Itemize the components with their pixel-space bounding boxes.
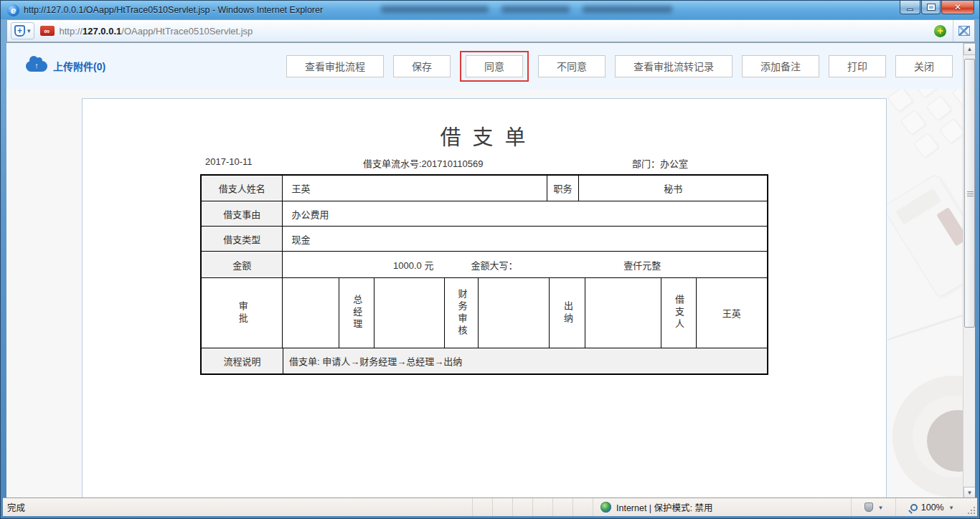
chevron-down-icon: ▾ bbox=[27, 27, 31, 34]
duty-label-cell: 职务 bbox=[547, 176, 579, 201]
type-label-cell: 借支类型 bbox=[202, 227, 282, 251]
table-row-amount: 金额 1000.0 元 金额大写： 壹仟元整 bbox=[202, 251, 767, 277]
scrollbar-grip-icon bbox=[967, 194, 974, 194]
type-value-cell: 现金 bbox=[282, 227, 767, 251]
close-page-button[interactable]: 关闭 bbox=[895, 55, 953, 77]
borrow-form-table: 借支人姓名 王英 职务 秘书 借支事由 办公费用 借支类型 现金 金额 bbox=[200, 174, 768, 375]
cashier-sign-cell bbox=[585, 278, 660, 348]
print-button[interactable]: 打印 bbox=[829, 55, 886, 77]
browser-window: e http://127.0.0.1/OAapp/HtTrace0510Serv… bbox=[0, 0, 980, 519]
borrower-label-cell: 借支人 bbox=[661, 278, 696, 348]
security-zone-segment: Internet | 保护模式: 禁用 bbox=[593, 498, 851, 516]
form-department: 部门：办公室 bbox=[632, 156, 688, 170]
upload-attachment-label: 上传附件(0) bbox=[53, 59, 105, 73]
internet-zone-globe-icon bbox=[600, 502, 611, 513]
name-value-cell: 王英 bbox=[282, 176, 546, 201]
amount-number: 1000.0 元 bbox=[283, 258, 433, 272]
name-label-cell: 借支人姓名 bbox=[202, 176, 282, 201]
address-bar: + ▾ ∞ http://127.0.0.1/OAapp/HtTrace0510… bbox=[6, 19, 975, 42]
flow-label-cell: 流程说明 bbox=[202, 348, 283, 373]
approval-label-cell: 审批 bbox=[202, 278, 282, 348]
protected-mode-segment[interactable]: ▾ bbox=[851, 498, 895, 516]
zoom-level: 100% bbox=[921, 503, 944, 513]
compatibility-view-icon bbox=[958, 26, 970, 36]
form-date: 2017-10-11 bbox=[205, 156, 253, 167]
add-note-button[interactable]: 添加备注 bbox=[742, 55, 819, 77]
view-approval-flow-record-button[interactable]: 查看审批流转记录 bbox=[615, 55, 732, 77]
url-field[interactable]: http://127.0.0.1/OAapp/HtTrace0510Servle… bbox=[60, 26, 934, 37]
cloud-upload-icon: ↑ bbox=[26, 61, 47, 72]
form-panel: 借 支 单 2017-10-11 借支单流水号:201710110569 部门：… bbox=[82, 98, 887, 499]
maximize-button[interactable] bbox=[921, 1, 941, 14]
general-manager-sign-cell bbox=[374, 278, 445, 348]
chevron-down-icon: ▾ bbox=[879, 504, 882, 511]
flow-value-cell: 借支单: 申请人→财务经理→总经理→出纳 bbox=[283, 348, 767, 373]
shield-plus-icon: + bbox=[14, 25, 25, 37]
zone-text: Internet | 保护模式: 禁用 bbox=[616, 500, 713, 514]
go-button[interactable]: + bbox=[934, 25, 946, 37]
status-text: 完成 bbox=[3, 500, 472, 514]
scrollbar-thumb[interactable] bbox=[964, 59, 975, 328]
scroll-up-button[interactable]: ▲ bbox=[963, 43, 975, 55]
general-manager-label-cell: 总经理 bbox=[339, 278, 374, 348]
save-button[interactable]: 保存 bbox=[393, 55, 451, 77]
close-icon: ✕ bbox=[954, 3, 961, 11]
site-favicon-icon: ∞ bbox=[40, 26, 55, 36]
agree-button-highlight-box: 同意 bbox=[460, 51, 529, 82]
add-favorite-button[interactable]: + ▾ bbox=[11, 22, 34, 39]
finance-audit-sign-cell bbox=[478, 278, 549, 348]
table-row-reason: 借支事由 办公费用 bbox=[202, 201, 767, 226]
url-scheme: http:// bbox=[60, 26, 83, 37]
table-row-flow: 流程说明 借支单: 申请人→财务经理→总经理→出纳 bbox=[202, 348, 767, 373]
chevron-down-icon: ▾ bbox=[950, 504, 953, 511]
status-bar: 完成 Internet | 保护模式: 禁用 ▾ 100% ▾ bbox=[3, 497, 977, 516]
reason-label-cell: 借支事由 bbox=[202, 201, 282, 226]
amount-caps-label: 金额大写： bbox=[471, 258, 517, 272]
table-row-type: 借支类型 现金 bbox=[202, 226, 767, 251]
form-serial-number: 借支单流水号:201710110569 bbox=[363, 156, 483, 170]
url-domain: 127.0.0.1 bbox=[83, 26, 121, 37]
minimize-button[interactable] bbox=[900, 1, 920, 14]
magnifier-icon bbox=[910, 504, 918, 511]
ie-logo-icon: e bbox=[7, 4, 19, 16]
page-viewport: ↑ 上传附件(0) 查看审批流程 保存 同意 不同意 查看审批流转记录 添加备注… bbox=[6, 42, 975, 499]
finance-audit-label-cell: 财务审核 bbox=[444, 278, 478, 348]
disagree-button[interactable]: 不同意 bbox=[538, 55, 606, 77]
resize-grip[interactable] bbox=[967, 498, 977, 516]
security-shield-icon bbox=[864, 503, 873, 512]
upload-attachment-link[interactable]: ↑ 上传附件(0) bbox=[26, 59, 105, 73]
vertical-scrollbar[interactable]: ▲ ▼ bbox=[963, 43, 975, 499]
url-path: /OAapp/HtTrace0510Servlet.jsp bbox=[121, 26, 253, 37]
maximize-icon bbox=[928, 4, 935, 10]
close-button[interactable]: ✕ bbox=[941, 1, 974, 14]
table-row-approval: 审批 总经理 财务审核 出纳 借支人 王英 bbox=[202, 277, 767, 348]
table-row-name: 借支人姓名 王英 职务 秘书 bbox=[202, 176, 767, 201]
title-bar: e http://127.0.0.1/OAapp/HtTrace0510Serv… bbox=[1, 1, 980, 19]
agree-button[interactable]: 同意 bbox=[466, 55, 523, 77]
compatibility-view-button[interactable] bbox=[953, 20, 974, 42]
form-title: 借 支 单 bbox=[83, 120, 886, 151]
form-meta-row: 2017-10-11 借支单流水号:201710110569 部门：办公室 bbox=[200, 156, 768, 171]
cashier-label-cell: 出纳 bbox=[549, 278, 585, 348]
reason-value-cell: 办公费用 bbox=[282, 201, 767, 226]
amount-caps-value: 壹仟元整 bbox=[517, 258, 767, 272]
zoom-control[interactable]: 100% ▾ bbox=[895, 498, 967, 516]
background-window-ghost-text bbox=[381, 6, 672, 13]
minimize-icon bbox=[907, 9, 913, 11]
approval-sign-cell bbox=[282, 278, 339, 348]
view-approval-process-button[interactable]: 查看审批流程 bbox=[286, 55, 384, 77]
borrower-sign-cell: 王英 bbox=[696, 278, 768, 348]
amount-value-cell: 1000.0 元 金额大写： 壹仟元整 bbox=[282, 252, 767, 277]
form-toolbar: ↑ 上传附件(0) 查看审批流程 保存 同意 不同意 查看审批流转记录 添加备注… bbox=[6, 43, 963, 89]
office-watermark-image bbox=[885, 89, 963, 499]
duty-value-cell: 秘书 bbox=[578, 176, 767, 201]
window-title: http://127.0.0.1/OAapp/HtTrace0510Servle… bbox=[24, 5, 323, 15]
amount-label-cell: 金额 bbox=[202, 252, 282, 277]
